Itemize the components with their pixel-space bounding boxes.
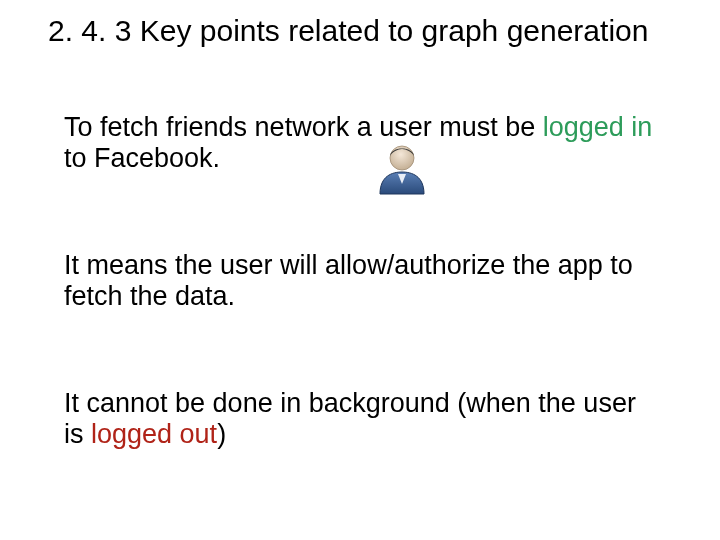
p1-logged: logged [543,112,632,142]
p1-in: in [631,112,652,142]
user-icon [374,140,430,196]
paragraph-1: To fetch friends network a user must be … [64,112,660,174]
p1-tail: to Facebook. [64,143,220,173]
paragraph-2: It means the user will allow/authorize t… [64,250,660,312]
p1-lead: To fetch friends network a user must be [64,112,543,142]
p3-logged-out: logged out [91,419,217,449]
svg-point-0 [390,146,414,170]
paragraph-3: It cannot be done in background (when th… [64,388,660,450]
slide: 2. 4. 3 Key points related to graph gene… [0,0,720,540]
slide-title: 2. 4. 3 Key points related to graph gene… [48,14,680,49]
p3-tail: ) [217,419,226,449]
